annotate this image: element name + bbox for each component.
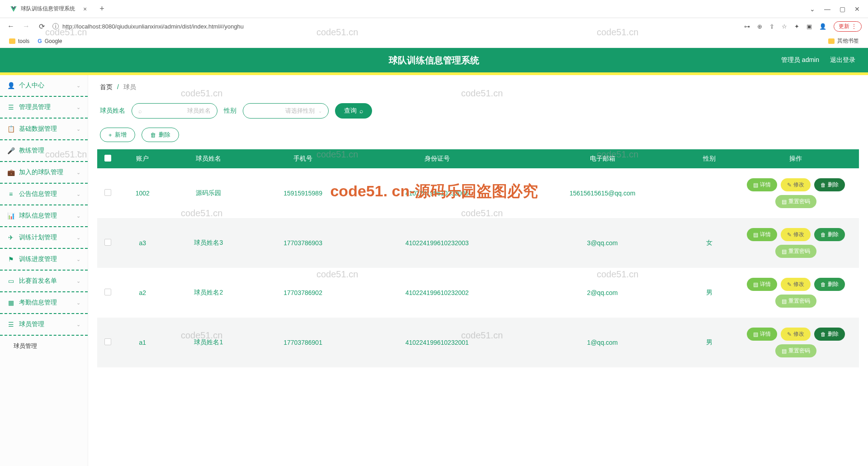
table-row: a2球员姓名2177037869024102241996102320022@qq… — [97, 268, 859, 318]
reset-password-button[interactable]: ▤重置密码 — [775, 245, 816, 258]
app-title: 球队训练信息管理系统 — [389, 54, 479, 67]
sidebar-item-plan[interactable]: ✈训练计划管理⌄ — [0, 227, 88, 249]
cell-email: 3@qq.com — [518, 218, 686, 268]
minimize-icon[interactable]: — — [824, 5, 830, 13]
plus-icon: + — [108, 132, 112, 138]
detail-button[interactable]: ▤详情 — [747, 178, 777, 191]
site-info-icon[interactable]: i — [52, 23, 59, 29]
main-content: 首页 / 球员 球员姓名 ⌕ 球员姓名 性别 请选择性别 ⌄ 查询⌕ +新增 🗑… — [88, 75, 868, 466]
add-button[interactable]: +新增 — [100, 128, 135, 142]
close-window-icon[interactable]: ✕ — [854, 5, 860, 13]
row-checkbox[interactable] — [104, 239, 111, 246]
filter-bar: 球员姓名 ⌕ 球员姓名 性别 请选择性别 ⌄ 查询⌕ — [97, 97, 859, 125]
sidebar-item-lineup[interactable]: ▭比赛首发名单⌄ — [0, 271, 88, 292]
cell-gender: 男 — [687, 268, 732, 318]
user-icon: 👤 — [7, 82, 14, 89]
sidebar-item-team[interactable]: 💼加入的球队管理⌄ — [0, 162, 88, 184]
table-row: 1002源码乐园15915915989410224199610232005156… — [97, 168, 859, 218]
update-button[interactable]: 更新⋮ — [834, 21, 862, 32]
cell-account: a2 — [118, 268, 167, 318]
detail-button[interactable]: ▤详情 — [747, 278, 777, 291]
new-tab-button[interactable]: + — [96, 4, 108, 14]
row-ops: ▤详情✎修改🗑删除▤重置密码 — [737, 278, 854, 308]
row-ops: ▤详情✎修改🗑删除▤重置密码 — [737, 178, 854, 208]
delete-row-button[interactable]: 🗑删除 — [814, 178, 845, 191]
chevron-down-icon: ⌄ — [76, 300, 80, 306]
cell-phone: 17703786901 — [250, 318, 356, 367]
sidebar-item-progress[interactable]: ⚑训练进度管理⌄ — [0, 249, 88, 271]
url-text: http://localhost:8080/qiuduixunlianxinxi… — [62, 23, 244, 30]
list-icon: ☰ — [7, 104, 14, 111]
sidebar-item-notice[interactable]: ≡公告信息管理⌄ — [0, 184, 88, 205]
delete-row-button[interactable]: 🗑删除 — [814, 278, 845, 291]
delete-button[interactable]: 🗑删除 — [142, 128, 179, 142]
detail-button[interactable]: ▤详情 — [747, 328, 777, 341]
sidebar-subitem-player-mgmt[interactable]: 球员管理 — [0, 336, 88, 357]
sidepanel-icon[interactable]: ▣ — [807, 23, 812, 30]
zoom-icon[interactable]: ⊕ — [757, 23, 762, 30]
action-bar: +新增 🗑删除 — [97, 125, 859, 149]
url-input[interactable]: i http://localhost:8080/qiuduixunlianxin… — [52, 23, 738, 30]
chevron-down-icon[interactable]: ⌄ — [810, 5, 815, 13]
extensions-icon[interactable]: ✦ — [794, 23, 799, 30]
flag-icon: ⚑ — [7, 256, 14, 263]
forward-button[interactable]: → — [22, 22, 31, 30]
profile-icon[interactable]: 👤 — [819, 23, 826, 30]
mic-icon: 🎤 — [7, 147, 14, 154]
edit-button[interactable]: ✎修改 — [781, 178, 811, 191]
edit-icon: ✎ — [787, 182, 792, 188]
col-name: 球员姓名 — [167, 149, 250, 168]
sidebar-item-teaminfo[interactable]: 📊球队信息管理⌄ — [0, 205, 88, 227]
detail-button[interactable]: ▤详情 — [747, 228, 777, 241]
trash-icon: 🗑 — [821, 182, 826, 188]
key-icon[interactable]: ⊶ — [744, 23, 750, 30]
col-phone: 手机号 — [250, 149, 356, 168]
filter-gender-select[interactable]: 请选择性别 ⌄ — [243, 103, 329, 119]
edit-button[interactable]: ✎修改 — [781, 228, 811, 241]
crumb-home[interactable]: 首页 — [100, 83, 113, 90]
sidebar-item-basedata[interactable]: 📋基础数据管理⌄ — [0, 119, 88, 140]
reset-password-button[interactable]: ▤重置密码 — [775, 195, 816, 208]
current-user[interactable]: 管理员 admin — [781, 56, 819, 64]
crumb-current: 球员 — [123, 83, 136, 90]
share-icon[interactable]: ⇪ — [769, 23, 774, 30]
cell-name: 球员姓名1 — [167, 318, 250, 367]
maximize-icon[interactable]: ▢ — [840, 5, 845, 13]
bookmark-star-icon[interactable]: ☆ — [782, 23, 787, 30]
sidebar-item-player[interactable]: ☰球员管理⌄ — [0, 314, 88, 336]
select-all-checkbox[interactable] — [104, 155, 111, 162]
logout-link[interactable]: 退出登录 — [830, 56, 855, 64]
search-button[interactable]: 查询⌕ — [335, 103, 372, 119]
cell-name: 球员姓名2 — [167, 268, 250, 318]
delete-row-button[interactable]: 🗑删除 — [814, 228, 845, 241]
bookmark-google[interactable]: GGoogle — [38, 38, 62, 44]
reload-button[interactable]: ⟳ — [37, 22, 46, 31]
row-checkbox[interactable] — [104, 189, 111, 196]
sidebar-item-coach[interactable]: 🎤教练管理⌄ — [0, 140, 88, 162]
sidebar-item-attendance[interactable]: ▦考勤信息管理⌄ — [0, 292, 88, 314]
back-button[interactable]: ← — [6, 22, 15, 30]
edit-button[interactable]: ✎修改 — [781, 328, 811, 341]
close-icon[interactable]: × — [83, 5, 87, 13]
bookmark-other[interactable]: 其他书签 — [828, 37, 859, 45]
doc-icon: ▤ — [753, 182, 758, 188]
cell-account: a3 — [118, 218, 167, 268]
bookmark-folder-tools[interactable]: tools — [9, 38, 29, 44]
reset-password-button[interactable]: ▤重置密码 — [775, 295, 816, 308]
row-checkbox[interactable] — [104, 338, 111, 345]
browser-tab[interactable]: 球队训练信息管理系统 × — [4, 1, 93, 16]
col-account: 账户 — [118, 149, 167, 168]
doc-icon: ▤ — [782, 298, 787, 304]
delete-row-button[interactable]: 🗑删除 — [814, 328, 845, 341]
doc-icon: ▤ — [782, 348, 787, 354]
cell-email: 15615615615@qq.com — [518, 168, 686, 218]
filter-name-input[interactable]: ⌕ 球员姓名 — [132, 103, 217, 119]
edit-button[interactable]: ✎修改 — [781, 278, 811, 291]
doc-icon: ▤ — [753, 281, 758, 288]
sidebar-item-admin[interactable]: ☰管理员管理⌄ — [0, 97, 88, 119]
row-checkbox[interactable] — [104, 289, 111, 295]
reset-password-button[interactable]: ▤重置密码 — [775, 344, 816, 357]
chevron-down-icon: ⌄ — [76, 105, 80, 110]
sidebar-item-personal[interactable]: 👤个人中心⌄ — [0, 75, 88, 97]
vue-icon — [10, 5, 17, 13]
